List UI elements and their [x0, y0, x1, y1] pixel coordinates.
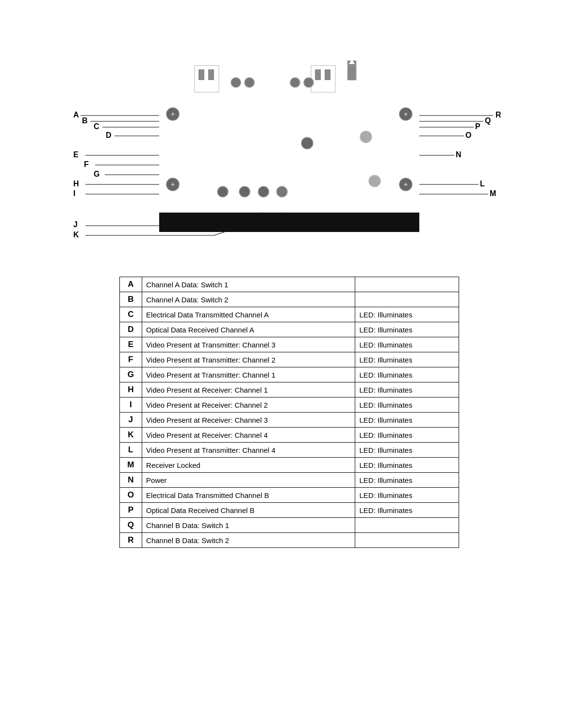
bottom-bar [159, 213, 419, 232]
transmit-label: TRANSMIT [293, 120, 321, 126]
table-cell-letter: H [119, 382, 142, 397]
a-tx-label: TX [232, 68, 239, 74]
svg-line-41 [214, 213, 264, 226]
label-B: B [82, 116, 88, 125]
chan3-circle [258, 186, 269, 197]
table-cell-description: Video Present at Transmitter: Channel 2 [142, 352, 355, 367]
table-cell-letter: L [119, 443, 142, 458]
svg-text:+: + [403, 110, 407, 118]
table-row: OElectrical Data Transmitted Channel BLE… [119, 488, 459, 503]
table-row: BChannel A Data: Switch 2 [119, 292, 459, 307]
transmit-circle [301, 137, 313, 149]
table-cell-description: Channel A Data: Switch 2 [142, 292, 355, 307]
switch-b-pin1 [315, 69, 321, 80]
table-row: QChannel B Data: Switch 1 [119, 518, 459, 533]
svg-text:+: + [170, 110, 174, 118]
table-cell-description: Video Present at Receiver: Channel 1 [142, 382, 355, 397]
table-cell-description: Electrical Data Transmitted Channel B [142, 488, 355, 503]
table-cell-description: Power [142, 473, 355, 488]
table-cell-description: Channel A Data: Switch 1 [142, 277, 355, 292]
table-cell-letter: G [119, 367, 142, 382]
power-circle [360, 131, 372, 143]
table-cell-description: Video Present at Receiver: Channel 4 [142, 428, 355, 443]
label-H: H [73, 180, 79, 188]
table-cell-letter: O [119, 488, 142, 503]
switch-a-pin2 [208, 69, 214, 80]
table-cell-description: Video Present at Transmitter: Channel 3 [142, 337, 355, 352]
rx-circle-b [304, 78, 314, 87]
table-cell-description: Video Present at Receiver: Channel 2 [142, 397, 355, 413]
receiver-locked-circle [369, 175, 380, 187]
table-row: IVideo Present at Receiver: Channel 2LED… [119, 397, 459, 413]
table-cell-led: LED: Illuminates [355, 307, 459, 322]
local-video-label: LOCAL VIDEO ON [250, 202, 292, 207]
table-cell-letter: E [119, 337, 142, 352]
table-cell-letter: R [119, 533, 142, 548]
label-D: D [106, 131, 112, 139]
screw-tr [399, 108, 412, 120]
svg-line-42 [214, 213, 282, 235]
panel-section-a-label: A [218, 47, 223, 55]
table-cell-led: LED: Illuminates [355, 413, 459, 428]
table-row: GVideo Present at Transmitter: Channel 1… [119, 367, 459, 382]
chan1-circle [217, 186, 228, 197]
receiver-locked-label: RECEIVER [362, 162, 387, 167]
switch-b [311, 66, 335, 92]
table-row: HVideo Present at Receiver: Channel 1LED… [119, 382, 459, 397]
table-cell-led: LED: Illuminates [355, 488, 459, 503]
table-row: DOptical Data Received Channel ALED: Ill… [119, 322, 459, 337]
table-cell-led: LED: Illuminates [355, 382, 459, 397]
label-I: I [73, 189, 75, 198]
table-cell-led: LED: Illuminates [355, 397, 459, 413]
table-row: RChannel B Data: Switch 2 [119, 533, 459, 548]
tx-circle-b [290, 78, 300, 87]
table-cell-led: LED: Illuminates [355, 367, 459, 382]
label-K: K [73, 231, 79, 239]
rx-circle-a [245, 78, 254, 87]
table-row: FVideo Present at Transmitter: Channel 2… [119, 352, 459, 367]
chan4-label: 4 [281, 180, 283, 185]
data-table: AChannel A Data: Switch 1BChannel A Data… [119, 277, 459, 548]
tx-circle-a [231, 78, 241, 87]
chan1-label: CHAN 1 [214, 180, 232, 185]
chan2-label: 2 [243, 180, 246, 185]
table-cell-letter: M [119, 458, 142, 473]
table-row: POptical Data Received Channel BLED: Ill… [119, 503, 459, 518]
table-cell-led [355, 292, 459, 307]
a-rx-label: RX [246, 68, 253, 74]
table-cell-led: LED: Illuminates [355, 458, 459, 473]
table-cell-description: Video Present at Receiver: Channel 3 [142, 413, 355, 428]
table-cell-led: LED: Illuminates [355, 443, 459, 458]
table-cell-letter: P [119, 503, 142, 518]
table-cell-letter: N [119, 473, 142, 488]
table-cell-description: Electrical Data Transmitted Channel A [142, 307, 355, 322]
screw-bl [166, 178, 179, 191]
a-pin1-label: 1 [201, 58, 204, 64]
svg-text:+: + [170, 181, 174, 188]
table-cell-led: LED: Illuminates [355, 473, 459, 488]
svg-text:+: + [403, 181, 407, 188]
table-row: MReceiver LockedLED: Illuminates [119, 458, 459, 473]
table-cell-description: Receiver Locked [142, 458, 355, 473]
table-cell-description: Optical Data Received Channel A [142, 322, 355, 337]
table-cell-led [355, 277, 459, 292]
table-row: NPowerLED: Illuminates [119, 473, 459, 488]
label-N: N [456, 150, 462, 159]
label-G: G [94, 170, 99, 178]
chan2-circle [239, 186, 250, 197]
chan3-label: 3 [262, 180, 265, 185]
diagram-svg: A B C D E F G H I J K R Q P O N L M A B … [71, 24, 508, 257]
table-cell-letter: B [119, 292, 142, 307]
screw-tl [166, 108, 179, 120]
table-cell-letter: A [119, 277, 142, 292]
table-row: EVideo Present at Transmitter: Channel 3… [119, 337, 459, 352]
b-rx-label: RX [305, 68, 313, 74]
chan4-circle [277, 186, 287, 197]
table-cell-led [355, 533, 459, 548]
table-cell-led: LED: Illuminates [355, 322, 459, 337]
table-cell-letter: J [119, 413, 142, 428]
table-row: LVideo Present at Transmitter: Channel 4… [119, 443, 459, 458]
table-cell-letter: C [119, 307, 142, 322]
switch-a [195, 66, 219, 92]
table-cell-letter: I [119, 397, 142, 413]
